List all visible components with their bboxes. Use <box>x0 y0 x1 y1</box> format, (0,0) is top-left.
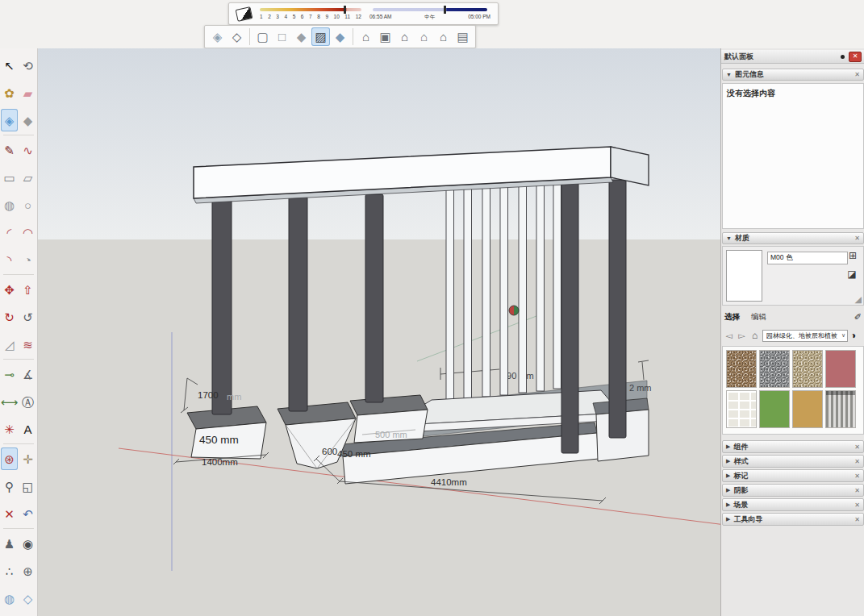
view-front-icon[interactable]: ⌂ <box>395 27 414 46</box>
forward-icon[interactable]: ▻ <box>737 331 747 341</box>
material-category-dropdown[interactable]: 园林绿化、地被层和植被 ∨ <box>762 330 848 342</box>
protractor-tool[interactable]: ∡ <box>19 363 36 385</box>
material-gravel-gray[interactable] <box>759 350 790 388</box>
date-slider-track[interactable] <box>260 8 361 11</box>
lasso-tool[interactable]: ⟲ <box>19 54 36 77</box>
section-样式[interactable]: ▶样式✕ <box>722 455 864 468</box>
close-entity-info-icon[interactable]: ✕ <box>854 71 860 78</box>
material-pavers-white[interactable] <box>726 390 757 428</box>
section-阴影[interactable]: ▶阴影✕ <box>722 484 864 497</box>
pan-tool[interactable]: ✛ <box>19 447 36 470</box>
scale-tool[interactable]: ◿ <box>1 333 18 356</box>
axes-tool[interactable]: ✳ <box>1 418 18 440</box>
month-tick: 7 <box>309 13 312 21</box>
entity-info-header[interactable]: ▼ 图元信息 ✕ <box>722 69 864 81</box>
rotated-rectangle-tool[interactable]: ▱ <box>19 166 36 189</box>
close-section-icon[interactable]: ✕ <box>854 516 860 523</box>
two-point-arc-tool[interactable]: ◠ <box>19 221 36 243</box>
previous-view-tool[interactable]: ↶ <box>19 502 36 525</box>
tab-edit[interactable]: 编辑 <box>751 312 766 323</box>
extra-tool-1[interactable]: ◍ <box>1 587 18 610</box>
material-solid-green[interactable] <box>759 390 790 428</box>
eyedropper-icon[interactable]: ✐ <box>854 312 862 323</box>
pin-icon[interactable] <box>841 55 845 59</box>
position-camera-tool[interactable]: ♟ <box>1 532 18 555</box>
polygon-tool[interactable]: ○ <box>19 194 36 216</box>
close-tray-button[interactable]: ✕ <box>849 52 862 62</box>
dimension-tool[interactable]: ⟷ <box>1 390 18 413</box>
view-right-icon[interactable]: ⌂ <box>415 27 433 46</box>
create-material-button[interactable]: ⊞ <box>846 249 859 262</box>
close-materials-icon[interactable]: ✕ <box>854 235 860 242</box>
model-viewport[interactable]: 390 mm <box>38 48 720 616</box>
three-point-arc-tool[interactable]: ◝ <box>1 248 18 271</box>
section-工具向导[interactable]: ▶工具向导✕ <box>722 513 864 526</box>
orbit-tool[interactable]: ⊛ <box>1 447 18 470</box>
material-fence-slats[interactable] <box>825 390 856 428</box>
offset-tool[interactable]: ≋ <box>19 333 36 356</box>
zoom-window-tool[interactable]: ◱ <box>19 475 36 497</box>
look-around-tool[interactable]: ◉ <box>19 532 36 555</box>
shadow-time-slider[interactable]: 06:55 AM 中午 05:00 PM <box>369 6 490 22</box>
select-tool[interactable]: ↖ <box>1 54 18 77</box>
back-edges-mode-icon[interactable]: ◇ <box>227 27 246 46</box>
close-section-icon[interactable]: ✕ <box>854 487 860 494</box>
section-plane-tool[interactable]: ⊕ <box>19 560 36 582</box>
3d-text-tool[interactable]: A <box>19 418 36 440</box>
freehand-tool[interactable]: ∿ <box>19 139 36 161</box>
material-crushed-rock[interactable] <box>792 350 823 388</box>
line-tool[interactable]: ✎ <box>1 139 18 161</box>
time-start-label: 06:55 AM <box>369 13 391 21</box>
section-标记[interactable]: ▶标记✕ <box>722 469 864 482</box>
material-solid-rose[interactable] <box>825 350 856 388</box>
tab-select[interactable]: 选择 <box>724 312 740 323</box>
move-tool[interactable]: ✥ <box>1 278 18 301</box>
follow-me-tool[interactable]: ↺ <box>19 306 36 328</box>
view-iso-icon[interactable]: ⌂ <box>357 27 375 46</box>
extra-tool-2[interactable]: ◇ <box>19 587 36 610</box>
wireframe-mode-icon[interactable]: ▢ <box>253 27 272 46</box>
view-top-icon[interactable]: ▣ <box>376 27 394 46</box>
time-slider-track[interactable] <box>373 8 487 11</box>
sample-paint-icon[interactable]: ◪ <box>845 268 858 281</box>
rectangle-tool[interactable]: ▭ <box>1 166 18 189</box>
tool-row: ✎∿ <box>0 136 37 164</box>
pie-tool[interactable]: ◔ <box>19 248 36 271</box>
close-section-icon[interactable]: ✕ <box>854 472 860 480</box>
section-组件[interactable]: ▶组件✕ <box>722 440 864 453</box>
back-icon[interactable]: ◅ <box>724 331 734 341</box>
view-back-icon[interactable]: ⌂ <box>434 27 453 46</box>
close-section-icon[interactable]: ✕ <box>854 458 860 465</box>
circle-tool[interactable]: ◍ <box>1 194 18 216</box>
shadow-settings-icon[interactable] <box>236 6 253 22</box>
material-name-field[interactable] <box>767 252 848 264</box>
shape-tool[interactable]: ◆ <box>19 109 36 131</box>
view-left-icon[interactable]: ▤ <box>453 27 472 46</box>
shaded-mode-icon[interactable]: ◆ <box>292 27 311 46</box>
shaded-textures-mode-icon[interactable]: ▨ <box>311 27 330 46</box>
text-tool[interactable]: Ⓐ <box>19 390 36 413</box>
section-场景[interactable]: ▶场景✕ <box>722 498 864 511</box>
material-solid-ochre[interactable] <box>792 390 823 428</box>
arc-tool[interactable]: ◜ <box>1 221 18 243</box>
walk-tool[interactable]: ∴ <box>1 560 18 582</box>
zoom-extents-tool[interactable]: ✕ <box>1 502 18 525</box>
push-pull-tool[interactable]: ⇧ <box>19 278 36 301</box>
materials-header[interactable]: ▼ 材质 ✕ <box>722 232 864 244</box>
material-mulch-brown[interactable] <box>726 350 757 388</box>
close-section-icon[interactable]: ✕ <box>854 502 860 509</box>
hidden-line-mode-icon[interactable]: □ <box>273 27 291 46</box>
resize-corner-icon[interactable]: ◢ <box>855 295 862 303</box>
material-box-tool[interactable]: ◈ <box>1 109 18 131</box>
home-icon[interactable]: ⌂ <box>749 330 760 341</box>
tape-measure-tool[interactable]: ⊸ <box>1 363 18 385</box>
xray-mode-icon[interactable]: ◈ <box>208 27 227 46</box>
eraser-tool[interactable]: ▰ <box>19 81 36 104</box>
details-icon[interactable]: ◑ <box>850 330 856 341</box>
monochrome-mode-icon[interactable]: ◆ <box>331 27 349 46</box>
zoom-tool[interactable]: ⚲ <box>1 475 18 497</box>
close-section-icon[interactable]: ✕ <box>854 443 860 451</box>
rotate-tool[interactable]: ↻ <box>1 306 18 328</box>
paint-bucket-tool[interactable]: ✿ <box>1 81 18 104</box>
shadow-date-slider[interactable]: 123456789101112 <box>260 6 361 22</box>
